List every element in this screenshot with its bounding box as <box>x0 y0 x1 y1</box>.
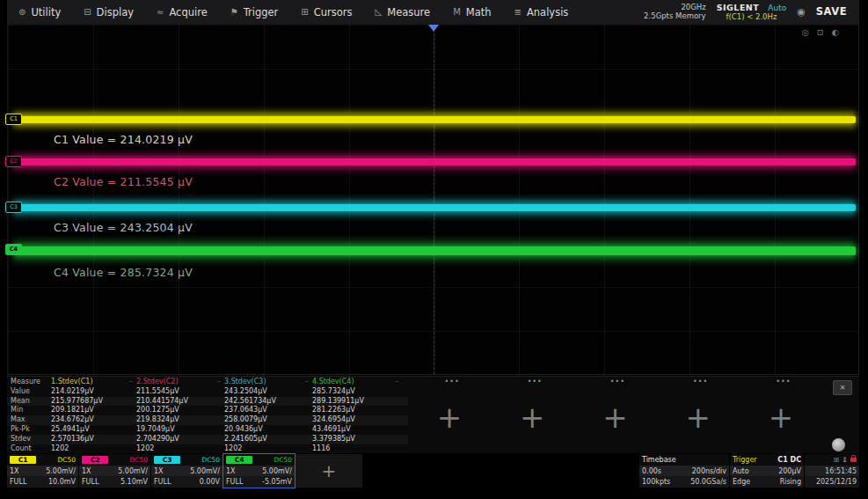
trace-c4-core <box>13 246 856 255</box>
c4-pkpk: 43.4691μV <box>312 425 408 435</box>
display-dim-icon[interactable]: ◐ <box>832 27 839 37</box>
slot-more-icon[interactable]: ••• <box>444 378 459 385</box>
floating-control-knob[interactable] <box>832 438 845 451</box>
brand-block: SIGLENT Auto f(C1) < 2.0Hz <box>717 3 787 22</box>
c3-min: 237.0643μV <box>224 406 312 415</box>
channel-descriptor-c4[interactable]: C4 DC50 1X 5.00mV/ FULL -5.05mV <box>223 454 295 488</box>
timebase-samplerate: 50.0GSa/s <box>690 478 726 486</box>
measure-slot-8[interactable]: ••• + <box>657 377 740 453</box>
column-separator: – <box>129 378 133 387</box>
menu-acquire[interactable]: ≈ Acquire <box>145 0 219 24</box>
channel-descriptor-c2[interactable]: C2 DC50 1X 5.00mV/ FULL 5.10mV <box>79 454 150 488</box>
c3-count: 1202 <box>224 444 312 454</box>
menu-analysis[interactable]: ≣ Analysis <box>503 0 580 24</box>
timebase-points: 100kpts <box>642 478 670 486</box>
measure-col1-header[interactable]: 1.Stdev(C1) <box>51 378 136 387</box>
measure-slot-7[interactable]: ••• + <box>573 377 656 453</box>
c4-bandwidth: FULL <box>226 478 243 486</box>
c2-count: 1202 <box>136 444 224 454</box>
waveform-grid: ◎ ⊡ ◐ C1 Value = 214.0219 μV C2 Value = … <box>7 24 859 375</box>
analysis-icon: ≣ <box>514 7 522 17</box>
trigger-slope: Rising <box>780 478 801 486</box>
channel-descriptor-c1[interactable]: C1 DC50 1X 5.00mV/ FULL 10.0mV <box>7 454 78 488</box>
oscilloscope-screen: ⊚ Utility ⊟ Display ≈ Acquire ⚑ Trigger … <box>0 0 868 499</box>
c3-position-marker[interactable]: C3 <box>5 202 22 213</box>
add-measurement-icon[interactable]: + <box>602 400 628 435</box>
add-measurement-icon[interactable]: + <box>437 400 463 435</box>
add-measurement-icon[interactable]: + <box>685 400 711 435</box>
c3-tag: C3 <box>154 456 180 464</box>
measure-slot-9[interactable]: ••• + <box>740 377 822 453</box>
c1-max: 234.6762μV <box>51 415 136 425</box>
trigger-panel[interactable]: Trigger C1 DC Auto 200μV Edge Rising <box>730 454 804 488</box>
measure-col4-header[interactable]: 4.Stdev(C4) <box>312 378 408 387</box>
add-measurement-icon[interactable]: + <box>769 400 794 435</box>
c2-position-marker[interactable]: C2 <box>5 156 22 167</box>
trigger-source: C1 DC <box>777 456 801 464</box>
slot-more-icon[interactable]: ••• <box>776 378 791 385</box>
fullscreen-icon[interactable]: ⊡ <box>817 27 824 37</box>
c4-position-marker[interactable]: C4 <box>5 244 22 255</box>
slot-more-icon[interactable]: ••• <box>610 378 625 385</box>
trigger-mode: Auto <box>733 467 749 475</box>
clock-panel: ⊞ ↨ 16:51:45 2025/12/19 <box>805 454 859 488</box>
add-measurement-icon[interactable]: + <box>520 400 545 435</box>
screenshot-icon[interactable]: ◉ <box>797 6 806 18</box>
menu-analysis-label: Analysis <box>527 6 568 18</box>
measure-min-row: Min 209.1821μV 200.1275μV 237.0643μV 281… <box>7 406 408 415</box>
c4-max: 324.6954μV <box>312 415 408 425</box>
c1-min: 209.1821μV <box>51 406 136 415</box>
measure-slot-5[interactable]: ••• + <box>408 377 491 453</box>
menu-cursors[interactable]: ⊞ Cursors <box>289 0 363 24</box>
menu-display[interactable]: ⊟ Display <box>72 0 145 24</box>
menu-utility[interactable]: ⊚ Utility <box>7 0 72 24</box>
row-label-stdev: Stdev <box>7 435 51 444</box>
c2-probe: 1X <box>82 467 91 475</box>
measure-col3-header[interactable]: 3.Stdev(C3) <box>224 378 312 387</box>
save-button[interactable]: SAVE <box>816 5 847 18</box>
slot-more-icon[interactable]: ••• <box>693 378 708 385</box>
timebase-scale: 200ns/div <box>692 467 726 475</box>
c2-offset: 5.10mV <box>120 478 148 486</box>
trigger-position-marker[interactable] <box>428 25 439 32</box>
measure-header-row: Measure 1.Stdev(C1) 2.Stdev(C2) 3.Stdev(… <box>7 378 408 387</box>
channel-descriptor-c3[interactable]: C3 DC50 1X 5.00mV/ FULL 0.00V <box>151 454 222 488</box>
measure-icon: ◺ <box>376 7 383 17</box>
column-separator: – <box>305 378 309 387</box>
c1-stdev: 2.570136μV <box>51 435 136 444</box>
measure-col2-header[interactable]: 2.Stdev(C2) <box>136 378 224 387</box>
acquisition-status[interactable]: 20GHz 2.5Gpts Memory <box>644 3 706 20</box>
c4-mean: 289.139911μV <box>312 397 408 407</box>
menu-trigger[interactable]: ⚑ Trigger <box>219 0 290 24</box>
c2-scale: 5.00mV/ <box>118 467 148 475</box>
measure-panel: Measure 1.Stdev(C1) 2.Stdev(C2) 3.Stdev(… <box>7 376 859 453</box>
camera-icon[interactable]: ◎ <box>801 27 808 37</box>
lock-icon <box>850 458 857 462</box>
add-channel-button[interactable]: + <box>295 454 362 488</box>
timebase-panel[interactable]: Timebase 0.00s 200ns/div 100kpts 50.0GSa… <box>639 454 729 488</box>
menu-acquire-label: Acquire <box>169 6 207 18</box>
row-label-pkpk: Pk-Pk <box>7 425 51 435</box>
c4-tag: C4 <box>226 456 252 464</box>
slot-more-icon[interactable]: ••• <box>528 378 543 385</box>
c4-offset: -5.05mV <box>262 478 292 486</box>
c1-mean: 215.977687μV <box>51 397 136 407</box>
c1-position-marker[interactable]: C1 <box>5 114 22 125</box>
menu-math[interactable]: M Math <box>441 0 502 24</box>
c4-scale: 5.00mV/ <box>262 467 292 475</box>
trigger-title: Trigger <box>733 456 757 464</box>
c2-mean: 210.441574μV <box>136 397 224 407</box>
status-cluster: 20GHz 2.5Gpts Memory SIGLENT Auto f(C1) … <box>644 3 859 22</box>
measure-close-button[interactable]: ✕ <box>833 380 852 395</box>
measure-slot-6[interactable]: ••• + <box>491 377 573 453</box>
menu-measure[interactable]: ◺ Measure <box>364 0 442 24</box>
menu-cursors-label: Cursors <box>314 6 353 18</box>
column-separator: – <box>217 378 221 387</box>
utility-icon: ⊚ <box>18 7 26 17</box>
measure-count-row: Count 1202 1202 1202 1116 <box>7 444 408 454</box>
trigger-level: 200μV <box>778 467 801 475</box>
row-label-count: Count <box>7 444 51 454</box>
frequency-counter-readout: f(C1) < 2.0Hz <box>717 12 787 21</box>
trace-c3-core <box>13 204 856 211</box>
measure-stdev-row: Stdev 2.570136μV 2.704290μV 2.241605μV 3… <box>7 435 408 444</box>
